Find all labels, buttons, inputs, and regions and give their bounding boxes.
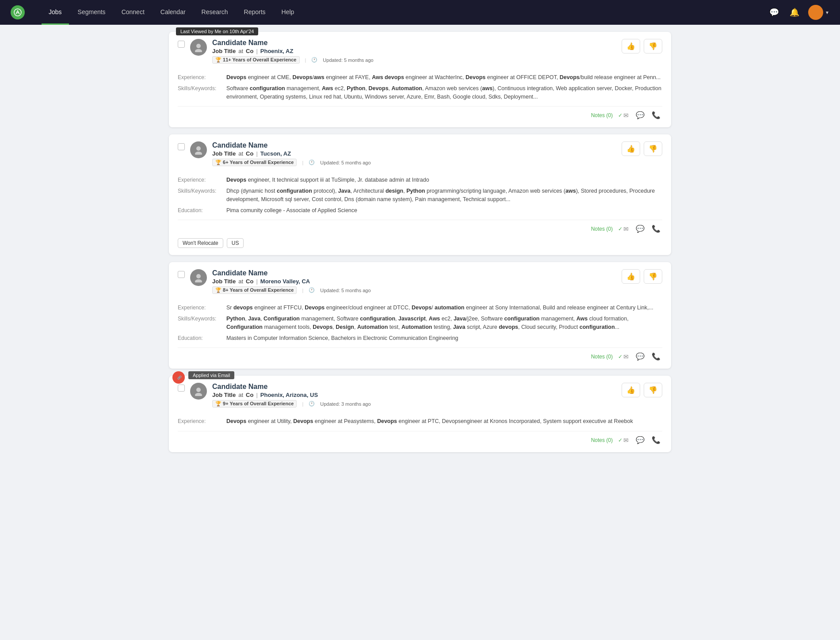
edu-row-2: Education: Masters in Computer Informati… — [178, 334, 662, 343]
email-check-icon-1: ✓ — [618, 226, 622, 232]
candidate-avatar-2 — [190, 269, 207, 286]
updated-text-1: Updated: 5 months ago — [320, 160, 370, 165]
meta-sep-0: | — [305, 57, 306, 63]
nav-item-calendar[interactable]: Calendar — [153, 0, 193, 25]
candidate-avatar-0 — [190, 39, 207, 56]
nav-item-segments[interactable]: Segments — [71, 0, 113, 25]
card-checkbox-3[interactable] — [178, 385, 185, 392]
clock-icon-1: 🕐 — [309, 160, 315, 165]
notes-link-3[interactable]: Notes (0) — [591, 437, 613, 443]
job-title-1: Job Title — [212, 150, 236, 157]
phone-btn-2[interactable]: 📞 — [650, 351, 662, 362]
clock-icon-2: 🕐 — [309, 287, 315, 293]
thumbs-up-btn-3[interactable]: 👍 — [622, 383, 640, 397]
chat-btn-1[interactable]: 💬 — [634, 224, 646, 234]
phone-btn-0[interactable]: 📞 — [650, 110, 662, 120]
card-checkbox-0[interactable] — [178, 41, 185, 48]
company-0: Co — [246, 48, 253, 54]
phone-btn-3[interactable]: 📞 — [650, 435, 662, 445]
job-title-3: Job Title — [212, 392, 236, 398]
candidate-role-1: Job Title at Co | Tucson, AZ — [212, 150, 371, 157]
candidate-name-3: Candidate Name — [212, 383, 371, 391]
company-1: Co — [246, 150, 253, 157]
candidate-avatar-3 — [190, 383, 207, 400]
thumbs-up-btn-0[interactable]: 👍 — [622, 39, 640, 53]
card-checkbox-1[interactable] — [178, 143, 185, 150]
candidate-info-0: Candidate Name Job Title at Co | Phoenix… — [212, 39, 374, 64]
card-header-left-1: Candidate Name Job Title at Co | Tucson,… — [178, 141, 371, 166]
email-btn-1[interactable]: ✓ ✉ — [616, 225, 630, 233]
job-title-0: Job Title — [212, 48, 236, 54]
user-avatar-wrapper[interactable]: ▼ — [808, 5, 829, 20]
card-details-2: Experience: Sr devops engineer at FTFCU,… — [178, 299, 662, 342]
candidate-card-2: Candidate Name Job Title at Co | Moreno … — [169, 262, 671, 369]
company-3: Co — [246, 392, 253, 398]
chat-btn-3[interactable]: 💬 — [634, 435, 646, 445]
exp-label-0: Experience: — [178, 73, 226, 82]
thumbs-down-btn-3[interactable]: 👎 — [644, 383, 662, 397]
email-btn-0[interactable]: ✓ ✉ — [616, 111, 630, 120]
card-footer-0: Notes (0) ✓ ✉ 💬 📞 — [178, 106, 662, 120]
card-details-3: Experience: Devops engineer at Utility, … — [178, 413, 662, 426]
skills-row-0: Skills/Keywords: Software configuration … — [178, 84, 662, 101]
email-icon-1: ✉ — [623, 225, 629, 232]
messages-icon[interactable]: 💬 — [767, 6, 781, 19]
card-wrapper-2: Candidate Name Job Title at Co | Moreno … — [169, 262, 671, 369]
card-footer-actions-1: Notes (0) ✓ ✉ 💬 📞 — [591, 224, 662, 234]
edu-row-1: Education: Pima comunity college - Assoc… — [178, 206, 662, 215]
email-icon-3: ✉ — [623, 437, 629, 444]
exp-content-3: Devops engineer at Utility, Devops engin… — [226, 417, 662, 426]
chat-btn-2[interactable]: 💬 — [634, 351, 646, 362]
clock-icon-0: 🕐 — [311, 57, 317, 63]
updated-text-3: Updated: 3 months ago — [320, 401, 370, 407]
location-0: Phoenix, AZ — [260, 48, 294, 54]
nav-item-help[interactable]: Help — [275, 0, 302, 25]
card-header-1: Candidate Name Job Title at Co | Tucson,… — [178, 141, 662, 166]
candidate-card-1: Candidate Name Job Title at Co | Tucson,… — [169, 134, 671, 255]
card-actions-0: 👍 👎 — [622, 39, 662, 53]
nav-item-research[interactable]: Research — [195, 0, 235, 25]
nav-item-reports[interactable]: Reports — [237, 0, 273, 25]
exp-label-3: Experience: — [178, 417, 226, 426]
card-details-1: Experience: Devops engineer, It technica… — [178, 171, 662, 214]
email-icon-0: ✉ — [623, 112, 629, 119]
email-btn-3[interactable]: ✓ ✉ — [616, 436, 630, 445]
card-actions-3: 👍 👎 — [622, 383, 662, 397]
nav-item-connect[interactable]: Connect — [115, 0, 152, 25]
thumbs-down-btn-0[interactable]: 👎 — [644, 39, 662, 53]
nav-right: 💬 🔔 ▼ — [767, 5, 829, 20]
meta-sep-3: | — [302, 401, 303, 407]
card-actions-2: 👍 👎 — [622, 269, 662, 284]
updated-text-0: Updated: 5 months ago — [323, 57, 373, 63]
thumbs-down-btn-1[interactable]: 👎 — [644, 141, 662, 156]
nav-item-jobs[interactable]: Jobs — [42, 0, 69, 25]
svg-text:🔗: 🔗 — [177, 375, 182, 380]
notes-link-0[interactable]: Notes (0) — [591, 112, 613, 118]
thumbs-up-btn-1[interactable]: 👍 — [622, 141, 640, 156]
exp-badge-2: 🏆 8+ Years of Overall Experience — [212, 286, 297, 294]
notes-link-1[interactable]: Notes (0) — [591, 226, 613, 232]
at-text-3: at — [238, 392, 243, 398]
exp-content-1: Devops engineer, It technical support ii… — [226, 176, 662, 184]
email-check-icon-3: ✓ — [618, 437, 622, 443]
phone-btn-1[interactable]: 📞 — [650, 224, 662, 234]
candidate-info-1: Candidate Name Job Title at Co | Tucson,… — [212, 141, 371, 166]
thumbs-up-btn-2[interactable]: 👍 — [622, 269, 640, 284]
chat-btn-0[interactable]: 💬 — [634, 110, 646, 120]
separator-1: | — [256, 150, 257, 157]
notes-link-2[interactable]: Notes (0) — [591, 354, 613, 360]
card-header-left-3: Candidate Name Job Title at Co | Phoenix… — [178, 383, 371, 408]
logo[interactable] — [11, 5, 27, 19]
candidate-card-3: Candidate Name Job Title at Co | Phoenix… — [169, 376, 671, 452]
svg-point-3 — [196, 146, 201, 151]
exp-label-2: Experience: — [178, 304, 226, 312]
separator-3: | — [256, 392, 257, 398]
card-checkbox-2[interactable] — [178, 271, 185, 278]
notifications-icon[interactable]: 🔔 — [788, 6, 801, 19]
skills-content-1: Dhcp (dynamic host configuration protoco… — [226, 187, 662, 204]
tag-row-1: Won't RelocateUS — [178, 234, 662, 248]
skills-row-2: Skills/Keywords: Python, Java, Configura… — [178, 315, 662, 331]
email-icon-2: ✉ — [623, 353, 629, 360]
email-btn-2[interactable]: ✓ ✉ — [616, 352, 630, 361]
thumbs-down-btn-2[interactable]: 👎 — [644, 269, 662, 284]
